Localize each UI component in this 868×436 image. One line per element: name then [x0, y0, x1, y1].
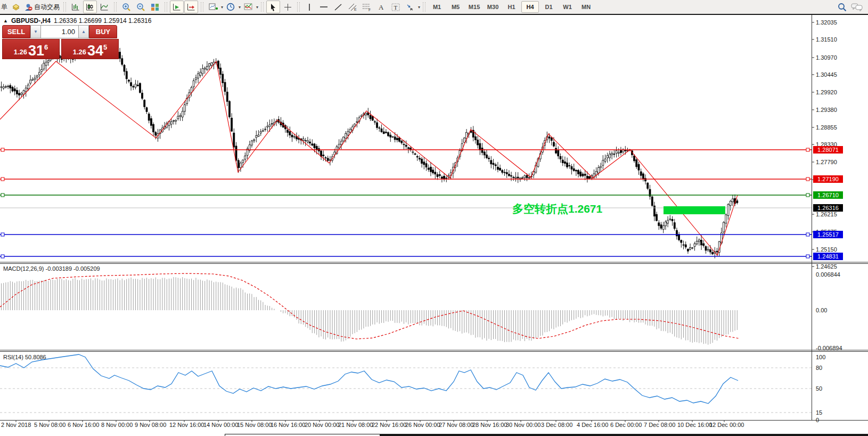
indicators-icon[interactable]: [241, 1, 255, 13]
time-axis-label: 28 Nov 16:00: [472, 422, 507, 428]
chart-shift-icon[interactable]: [184, 1, 198, 13]
candle: [204, 67, 206, 74]
tile-windows-icon[interactable]: [148, 1, 162, 13]
chart-line-icon[interactable]: [97, 1, 111, 13]
candle: [578, 169, 579, 177]
arrows-tool-icon[interactable]: [403, 1, 417, 13]
time-axis-label: 14 Nov 00:00: [203, 422, 238, 428]
channel-tool-icon[interactable]: E: [346, 1, 359, 13]
candle: [121, 55, 123, 66]
hline-handle[interactable]: [1, 233, 4, 236]
tab-timeframe-D1[interactable]: D1: [540, 1, 558, 13]
auto-scroll-icon[interactable]: [170, 1, 184, 13]
hline-handle[interactable]: [1, 193, 4, 197]
autotrading-button[interactable]: 自动交易: [23, 3, 61, 12]
one-click-trading-panel: SELL ▼ ▲ BUY 1.26 31 6 1.26 34 5: [2, 25, 119, 59]
candle: [609, 151, 610, 162]
tab-timeframe-M15[interactable]: M15: [465, 1, 483, 13]
search-icon[interactable]: [838, 3, 847, 12]
tab-timeframe-M5[interactable]: M5: [447, 1, 464, 13]
chart-candles-icon[interactable]: [83, 1, 97, 13]
hline-handle[interactable]: [806, 148, 809, 151]
chart-bars-icon[interactable]: [69, 1, 83, 13]
candle: [692, 247, 693, 249]
candle: [651, 196, 653, 207]
text-label-tool-icon[interactable]: T: [389, 1, 403, 13]
toolbar-grip: [423, 2, 425, 12]
candle: [119, 48, 121, 62]
text-tool-icon[interactable]: A: [374, 1, 388, 13]
candle: [613, 150, 615, 157]
buy-button[interactable]: BUY: [89, 25, 117, 38]
candle: [481, 143, 483, 155]
vertical-line-tool-icon[interactable]: [302, 1, 316, 13]
volume-up-button[interactable]: ▲: [78, 25, 89, 38]
candle: [302, 136, 304, 145]
horizontal-line-tool-icon[interactable]: [317, 1, 331, 13]
chart-canvas[interactable]: 多空转折点1.2671: [0, 15, 868, 436]
candle: [497, 162, 498, 172]
new-chart-icon[interactable]: [206, 1, 220, 13]
candle: [146, 107, 148, 114]
chart-title: ▲ GBPUSD-,H4 1.26336 1.26699 1.25914 1.2…: [3, 17, 151, 25]
candle: [730, 200, 731, 211]
candle: [658, 220, 660, 230]
time-axis-label: 12 Dec 00:00: [709, 422, 744, 428]
ohlc-values: 1.26336 1.26699 1.25914 1.26316: [54, 17, 152, 25]
turning-point-annotation[interactable]: 多空转折点1.2671: [512, 203, 603, 215]
tab-timeframe-H4[interactable]: H4: [521, 1, 539, 13]
hline-handle[interactable]: [806, 193, 809, 197]
sell-price-main: 31: [28, 44, 44, 58]
crosshair-icon[interactable]: [281, 1, 294, 13]
new-order-icon[interactable]: [9, 1, 23, 13]
periods-clock-icon[interactable]: [224, 1, 238, 13]
turning-point-rectangle[interactable]: [664, 206, 725, 214]
sell-price-button[interactable]: 1.26 31 6: [2, 39, 60, 59]
hline-handle[interactable]: [1, 148, 4, 151]
hline-handle[interactable]: [806, 177, 809, 181]
candle: [584, 170, 586, 180]
volume-input[interactable]: [41, 25, 78, 38]
time-axis-label: 22 Nov 16:00: [372, 422, 406, 428]
candle: [262, 128, 264, 132]
periods-caret[interactable]: ▾: [239, 5, 241, 10]
tab-timeframe-M30[interactable]: M30: [484, 1, 502, 13]
fibonacci-tool-icon[interactable]: F: [360, 1, 374, 13]
hline-handle[interactable]: [806, 255, 809, 258]
candle: [405, 141, 407, 149]
candle: [390, 132, 391, 142]
price-tick-label: 1.26215: [816, 211, 837, 217]
trendline-tool-icon[interactable]: [331, 1, 345, 13]
buy-price-button[interactable]: 1.26 34 5: [61, 39, 119, 59]
candle: [638, 162, 640, 175]
candle: [502, 169, 503, 174]
indicators-caret[interactable]: ▾: [256, 5, 258, 10]
tab-timeframe-MN[interactable]: MN: [577, 1, 595, 13]
hline-handle[interactable]: [1, 177, 4, 181]
volume-down-button[interactable]: ▼: [30, 25, 41, 38]
candle: [495, 163, 496, 170]
time-axis-label: 6 Nov 16:00: [68, 422, 99, 428]
candle: [665, 220, 666, 230]
zigzag-line[interactable]: [0, 61, 738, 255]
candle: [198, 71, 199, 83]
zoom-out-icon[interactable]: [134, 1, 148, 13]
cursor-icon[interactable]: [266, 1, 280, 13]
sell-button[interactable]: SELL: [2, 25, 30, 38]
tab-timeframe-W1[interactable]: W1: [559, 1, 576, 13]
new-chart-caret[interactable]: ▾: [221, 5, 223, 10]
hline-handle[interactable]: [1, 255, 4, 258]
candle: [631, 150, 633, 158]
hline-handle[interactable]: [806, 233, 809, 236]
tab-timeframe-M1[interactable]: M1: [428, 1, 446, 13]
collapse-panel-icon[interactable]: ▲: [3, 18, 8, 23]
tab-timeframe-H1[interactable]: H1: [503, 1, 520, 13]
candle: [611, 151, 613, 159]
new-order-label[interactable]: 单: [0, 3, 9, 12]
arrows-caret[interactable]: ▾: [418, 5, 420, 10]
zoom-in-icon[interactable]: [119, 1, 133, 13]
candle: [486, 150, 487, 159]
candle: [623, 148, 624, 154]
chat-icon[interactable]: [851, 3, 863, 11]
candle: [228, 100, 230, 119]
